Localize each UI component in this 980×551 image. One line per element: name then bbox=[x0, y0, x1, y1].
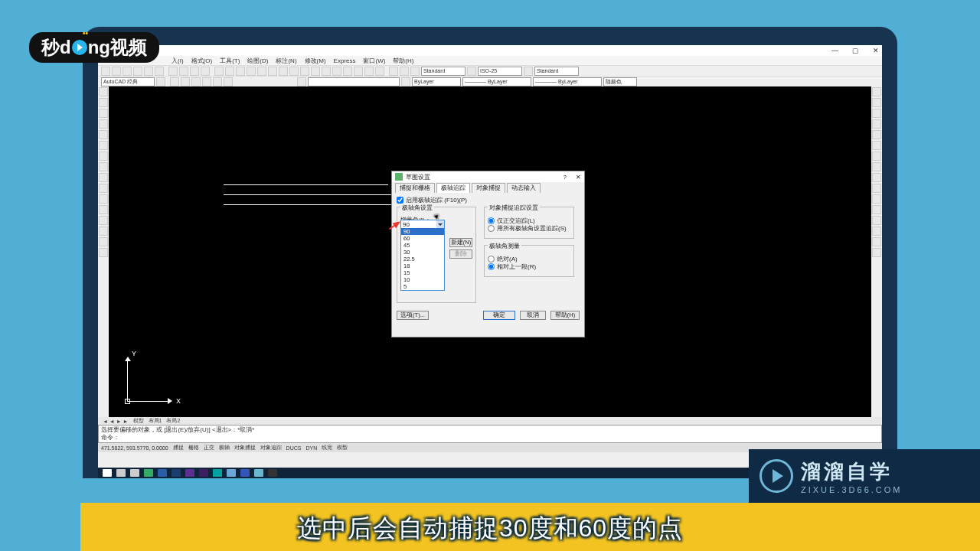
tool-icon[interactable] bbox=[213, 77, 222, 86]
dialog-close-button[interactable]: ✕ bbox=[576, 174, 581, 181]
tool-icon[interactable] bbox=[872, 216, 881, 225]
tool-icon[interactable] bbox=[268, 67, 277, 76]
tool-icon[interactable] bbox=[401, 77, 410, 86]
text-style-dropdown[interactable]: Standard bbox=[421, 67, 466, 76]
enable-polar-checkbox[interactable] bbox=[397, 197, 403, 204]
tab-polar-tracking[interactable]: 极轴追踪 bbox=[436, 183, 470, 193]
tool-icon[interactable] bbox=[99, 227, 108, 236]
status-toggle[interactable]: 模型 bbox=[337, 444, 348, 452]
tool-icon[interactable] bbox=[343, 67, 352, 76]
status-toggle[interactable]: 对象追踪 bbox=[260, 444, 282, 452]
tool-icon[interactable] bbox=[300, 67, 309, 76]
status-toggle[interactable]: 对象捕捉 bbox=[234, 444, 256, 452]
menu-item[interactable]: Express bbox=[334, 57, 356, 64]
tool-icon[interactable] bbox=[112, 67, 121, 76]
tool-icon[interactable] bbox=[872, 162, 881, 171]
status-toggle[interactable]: DYN bbox=[305, 445, 317, 451]
tool-icon[interactable] bbox=[872, 87, 881, 96]
increment-option[interactable]: 60 bbox=[401, 235, 444, 242]
menu-item[interactable]: 窗口(W) bbox=[363, 57, 385, 65]
tool-icon[interactable] bbox=[155, 67, 164, 76]
tool-icon[interactable] bbox=[99, 184, 108, 193]
app-icon[interactable] bbox=[213, 469, 222, 477]
ae-icon[interactable] bbox=[199, 469, 208, 477]
help-button[interactable]: 帮助(H) bbox=[550, 311, 580, 320]
ok-button[interactable]: 确定 bbox=[483, 311, 515, 320]
minimize-button[interactable]: — bbox=[831, 47, 838, 54]
word-icon[interactable] bbox=[158, 469, 167, 477]
rectangle-icon[interactable] bbox=[99, 119, 108, 129]
tool-icon[interactable] bbox=[410, 67, 420, 76]
tool-icon[interactable] bbox=[133, 67, 142, 76]
polyline-icon[interactable] bbox=[99, 98, 108, 107]
status-toggle[interactable]: DUCS bbox=[286, 445, 302, 451]
tool-icon[interactable] bbox=[872, 119, 881, 129]
tool-icon[interactable] bbox=[247, 67, 256, 76]
tool-icon[interactable] bbox=[872, 205, 881, 214]
tool-icon[interactable] bbox=[872, 248, 881, 257]
excel-icon[interactable] bbox=[144, 469, 153, 477]
color-dropdown[interactable]: ByLayer bbox=[412, 77, 461, 86]
increment-option[interactable]: 22.5 bbox=[401, 256, 444, 262]
start-icon[interactable] bbox=[103, 469, 112, 477]
menu-item[interactable]: 修改(M) bbox=[305, 57, 326, 65]
maximize-button[interactable]: ▢ bbox=[852, 47, 859, 54]
tool-icon[interactable] bbox=[872, 237, 881, 246]
tool-icon[interactable] bbox=[122, 67, 132, 76]
status-toggle[interactable]: 捕捉 bbox=[173, 444, 184, 452]
workspace-dropdown[interactable]: AutoCAD 经典 bbox=[101, 77, 155, 86]
tool-icon[interactable] bbox=[202, 77, 211, 86]
tool-icon[interactable] bbox=[224, 77, 233, 86]
options-button[interactable]: 选项(T)... bbox=[397, 311, 429, 320]
tool-icon[interactable] bbox=[181, 77, 190, 86]
tool-icon[interactable] bbox=[156, 77, 165, 86]
tool-icon[interactable] bbox=[99, 237, 108, 246]
tool-icon[interactable] bbox=[99, 205, 108, 214]
lineweight-dropdown[interactable]: ———— ByLayer bbox=[533, 77, 602, 86]
taskview-icon[interactable] bbox=[130, 469, 139, 477]
tool-icon[interactable] bbox=[872, 98, 881, 107]
tool-icon[interactable] bbox=[101, 67, 110, 76]
text-icon[interactable] bbox=[99, 248, 108, 257]
menu-item[interactable]: 入(I) bbox=[172, 57, 184, 65]
tool-icon[interactable] bbox=[400, 67, 409, 76]
increment-angle-dropdown[interactable]: 90 90 60 45 30 22.5 18 15 10 5 bbox=[400, 220, 445, 291]
status-toggle[interactable]: 正交 bbox=[204, 444, 214, 452]
tool-icon[interactable] bbox=[872, 227, 881, 236]
tab-nav[interactable]: ◄ ◄ ► ► bbox=[103, 419, 129, 424]
tool-icon[interactable] bbox=[872, 173, 881, 182]
tool-icon[interactable] bbox=[279, 67, 288, 76]
tab-layout1[interactable]: 布局1 bbox=[149, 417, 162, 425]
tab-object-snap[interactable]: 对象捕捉 bbox=[472, 183, 505, 193]
hatch-icon[interactable] bbox=[99, 194, 108, 204]
new-angle-button[interactable]: 新建(N) bbox=[449, 238, 472, 247]
tab-layout2[interactable]: 布局2 bbox=[166, 417, 180, 425]
dim-style-dropdown[interactable]: ISO-25 bbox=[478, 67, 522, 76]
delete-angle-button[interactable]: 删除 bbox=[449, 249, 472, 259]
menu-bar[interactable]: 入(I) 格式(O) 工具(T) 绘图(D) 标注(N) 修改(M) Expre… bbox=[98, 56, 882, 65]
increment-option[interactable]: 18 bbox=[401, 262, 444, 269]
tool-icon[interactable] bbox=[191, 77, 201, 86]
tool-icon[interactable] bbox=[179, 67, 188, 76]
menu-item[interactable]: 工具(T) bbox=[220, 57, 240, 65]
close-button[interactable]: ✕ bbox=[873, 47, 879, 54]
tab-snap-grid[interactable]: 捕捉和栅格 bbox=[395, 183, 435, 193]
layout-tabs[interactable]: ◄ ◄ ► ► 模型 布局1 布局2 bbox=[98, 417, 882, 425]
tool-icon[interactable] bbox=[170, 77, 179, 86]
app-icon[interactable] bbox=[268, 469, 277, 477]
all-polar-radio[interactable] bbox=[488, 225, 495, 232]
increment-option[interactable]: 30 bbox=[401, 249, 444, 256]
menu-item[interactable]: 帮助(H) bbox=[393, 57, 413, 65]
tool-icon[interactable] bbox=[375, 67, 384, 76]
increment-option[interactable]: 45 bbox=[401, 242, 444, 249]
tool-icon[interactable] bbox=[872, 130, 881, 139]
tool-icon[interactable] bbox=[168, 67, 178, 76]
tool-icon[interactable] bbox=[257, 67, 266, 76]
tool-icon[interactable] bbox=[872, 184, 881, 193]
line-icon[interactable] bbox=[99, 87, 108, 96]
app-icon[interactable] bbox=[254, 469, 263, 477]
tab-dynamic-input[interactable]: 动态输入 bbox=[507, 183, 541, 193]
dialog-help-button[interactable]: ? bbox=[564, 174, 567, 181]
search-icon[interactable] bbox=[116, 469, 126, 477]
tool-icon[interactable] bbox=[467, 67, 476, 76]
